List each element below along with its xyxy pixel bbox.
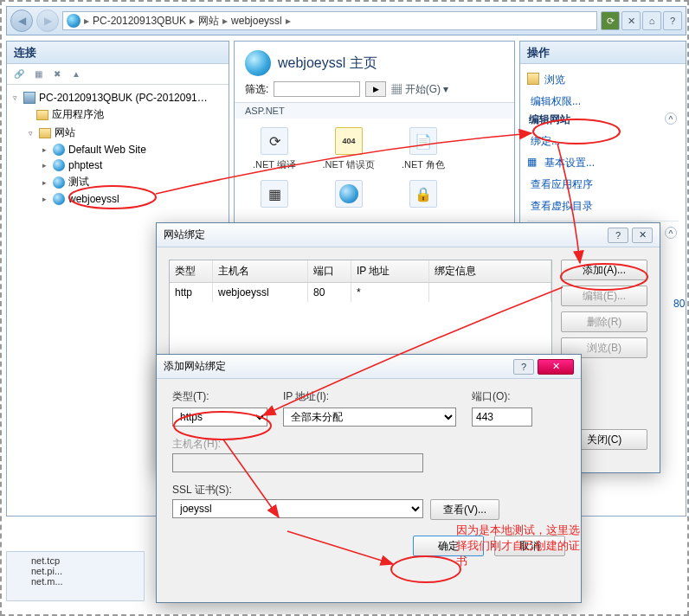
icon-placeholder[interactable] bbox=[321, 180, 377, 211]
tree-site-webjoeyssl[interactable]: ▸webjoeyssl bbox=[7, 191, 229, 207]
list-item[interactable]: net.pi... bbox=[31, 566, 119, 576]
action-view-apps[interactable]: 查看应用程序 bbox=[527, 174, 679, 196]
dialog-close-button[interactable]: ✕ bbox=[632, 228, 653, 243]
folder-icon bbox=[36, 110, 48, 120]
dialog-title: 网站绑定 bbox=[164, 228, 205, 242]
globe-icon bbox=[335, 180, 363, 208]
dialog-help-button[interactable]: ? bbox=[513, 359, 534, 375]
action-edit-permissions[interactable]: 编辑权限... bbox=[527, 91, 679, 112]
add-binding-button[interactable]: 添加(A)... bbox=[561, 260, 647, 280]
bottom-list: net.tcp net.pi... net.m... bbox=[6, 551, 145, 601]
stop-icon[interactable]: ✕ bbox=[621, 11, 641, 30]
table-row[interactable]: http webjoeyssl 80 * bbox=[170, 283, 551, 302]
type-label: 类型(T): bbox=[172, 389, 267, 404]
crumb-sites[interactable]: 网站 bbox=[198, 14, 219, 29]
tree-app-pools[interactable]: 应用程序池 bbox=[7, 106, 229, 124]
crumb-site[interactable]: webjoeyssl bbox=[231, 15, 282, 27]
text-80: 80 bbox=[673, 298, 685, 310]
list-item[interactable]: net.m... bbox=[31, 576, 119, 587]
section-edit-site: 编辑网站^ bbox=[527, 112, 679, 131]
settings-icon: ▦ bbox=[527, 156, 539, 168]
col-ip[interactable]: IP 地址 bbox=[351, 260, 429, 282]
breadcrumb[interactable]: ▸ PC-20120913QBUK ▸ 网站 ▸ webjoeyssl ▸ bbox=[62, 11, 597, 30]
home-icon[interactable]: ⌂ bbox=[642, 11, 661, 30]
site-icon bbox=[53, 159, 65, 171]
dialog-help-button[interactable]: ? bbox=[608, 228, 628, 243]
ip-select[interactable]: 全部未分配 bbox=[283, 407, 456, 427]
page-icon: ▦ bbox=[261, 180, 288, 208]
nav-forward-button: ▶ bbox=[36, 10, 59, 32]
filter-label: 筛选: bbox=[245, 82, 268, 97]
nav-back-button[interactable]: ◀ bbox=[10, 10, 33, 32]
port-input[interactable] bbox=[472, 407, 532, 427]
add-binding-dialog: 添加网站绑定 ?✕ 类型(T): IP 地址(I): 端口(O): https … bbox=[156, 354, 582, 603]
host-input bbox=[172, 453, 423, 472]
edit-binding-button: 编辑(E)... bbox=[561, 286, 647, 306]
error-icon: 404 bbox=[335, 127, 363, 155]
site-icon bbox=[53, 176, 65, 189]
globe-icon bbox=[67, 14, 80, 28]
server-icon bbox=[23, 92, 35, 104]
view-cert-button[interactable]: 查看(V)... bbox=[430, 499, 499, 520]
up-icon[interactable]: ▲ bbox=[69, 68, 83, 80]
site-icon bbox=[53, 144, 65, 156]
crumb-server[interactable]: PC-20120913QBUK bbox=[93, 15, 186, 27]
connections-tree: ▿PC-20120913QBUK (PC-2012091… 应用程序池 ▿网站 … bbox=[7, 85, 229, 212]
ssl-label: SSL 证书(S): bbox=[172, 483, 565, 497]
col-type[interactable]: 类型 bbox=[170, 260, 213, 282]
col-port[interactable]: 端口 bbox=[308, 260, 351, 282]
tree-site-test[interactable]: ▸测试 bbox=[7, 173, 229, 191]
col-info[interactable]: 绑定信息 bbox=[429, 260, 551, 282]
section-aspnet: ASP.NET bbox=[235, 102, 514, 119]
filter-input[interactable] bbox=[274, 81, 360, 97]
tree-sites[interactable]: ▿网站 bbox=[7, 124, 229, 142]
icon-net-errors[interactable]: 404.NET 错误页 bbox=[321, 127, 377, 171]
start-label[interactable]: ▦ 开始(G) ▾ bbox=[391, 82, 448, 97]
action-view-dirs[interactable]: 查看虚拟目录 bbox=[527, 196, 679, 217]
site-globe-icon bbox=[245, 50, 271, 76]
delete-binding-button: 删除(R) bbox=[561, 311, 647, 332]
action-basic-settings[interactable]: ▦基本设置... bbox=[527, 152, 679, 174]
delete-icon[interactable]: ✖ bbox=[50, 68, 64, 80]
page-title: webjoeyssl 主页 bbox=[278, 55, 377, 73]
dialog-close-button[interactable]: ✕ bbox=[538, 359, 574, 375]
icon-net-roles[interactable]: 📄.NET 角色 bbox=[396, 127, 451, 171]
collapse-icon[interactable]: ^ bbox=[665, 112, 677, 125]
help-icon[interactable]: ? bbox=[663, 11, 682, 30]
port-label: 端口(O): bbox=[472, 389, 532, 404]
dialog-titlebar: 网站绑定 ?✕ bbox=[157, 223, 660, 247]
compile-icon: ⟳ bbox=[261, 127, 288, 155]
host-label: 主机名(H): bbox=[172, 437, 565, 452]
type-select[interactable]: https bbox=[172, 407, 267, 427]
connect-icon[interactable]: 🔗 bbox=[12, 68, 26, 80]
lock-icon: 🔒 bbox=[409, 180, 437, 208]
address-toolbar: ◀ ▶ ▸ PC-20120913QBUK ▸ 网站 ▸ webjoeyssl … bbox=[6, 6, 686, 35]
filter-go-button[interactable]: ▶ bbox=[365, 81, 386, 97]
folder-icon bbox=[527, 73, 539, 85]
refresh-icon[interactable]: ⟳ bbox=[601, 11, 620, 30]
ip-label: IP 地址(I): bbox=[283, 389, 456, 404]
dialog-titlebar: 添加网站绑定 ?✕ bbox=[157, 355, 581, 379]
action-bindings[interactable]: 绑定... bbox=[527, 131, 679, 152]
site-icon bbox=[53, 193, 65, 205]
tree-site-default[interactable]: ▸Default Web Site bbox=[7, 142, 229, 157]
feature-icons: ⟳.NET 编译 404.NET 错误页 📄.NET 角色 bbox=[235, 119, 514, 180]
save-icon[interactable]: ▦ bbox=[31, 68, 45, 80]
ssl-cert-select[interactable]: joeyssl bbox=[172, 499, 423, 518]
tree-server[interactable]: ▿PC-20120913QBUK (PC-2012091… bbox=[7, 90, 229, 106]
annotation-note: 因为是本地测试，这里选择我们刚才自己创建的证书 bbox=[456, 523, 581, 569]
col-host[interactable]: 主机名 bbox=[213, 260, 308, 282]
icon-placeholder[interactable]: 🔒 bbox=[396, 180, 451, 211]
roles-icon: 📄 bbox=[409, 127, 437, 155]
tree-site-phptest[interactable]: ▸phptest bbox=[7, 157, 229, 173]
actions-title: 操作 bbox=[520, 42, 686, 64]
action-explore[interactable]: 浏览 bbox=[527, 69, 679, 91]
icon-placeholder[interactable]: ▦ bbox=[247, 180, 302, 211]
connections-title: 连接 bbox=[7, 42, 229, 64]
folder-icon bbox=[39, 128, 51, 138]
tree-toolbar: 🔗 ▦ ✖ ▲ bbox=[7, 64, 229, 85]
icon-net-compile[interactable]: ⟳.NET 编译 bbox=[247, 127, 302, 171]
collapse-icon[interactable]: ^ bbox=[665, 227, 677, 239]
list-item[interactable]: net.tcp bbox=[31, 555, 119, 566]
dialog-title: 添加网站绑定 bbox=[164, 359, 226, 374]
